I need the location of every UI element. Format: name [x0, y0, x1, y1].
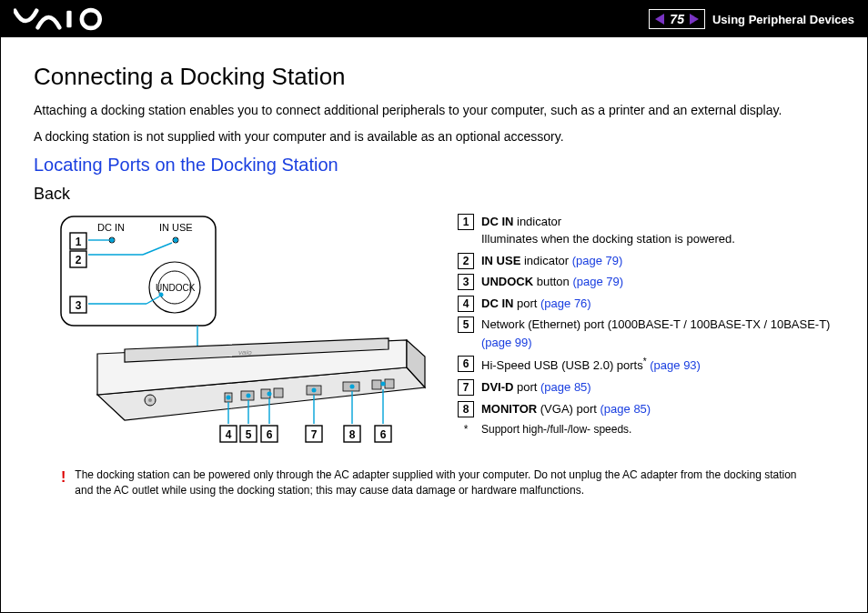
warning-note: ! The docking station can be powered onl…: [34, 467, 834, 498]
diagram-and-legend: DC IN IN USE UNDOCK: [34, 213, 834, 449]
label-in-use: IN USE: [159, 222, 193, 233]
legend-num-4: 4: [458, 296, 474, 312]
legend-item-8: 8 MONITOR (VGA) port (page 85): [458, 400, 834, 418]
legend-num-1: 1: [458, 214, 474, 230]
svg-text:6: 6: [267, 428, 273, 441]
svg-point-49: [381, 381, 386, 386]
svg-rect-36: [372, 380, 381, 389]
svg-text:8: 8: [349, 428, 356, 441]
subheading-back: Back: [34, 185, 834, 204]
intro-paragraph-1: Attaching a docking station enables you …: [34, 102, 834, 119]
svg-text:5: 5: [246, 428, 252, 441]
legend-item-2: 2 IN USE indicator (page 79): [458, 252, 834, 270]
legend-item-7: 7 DVI-D port (page 85): [458, 378, 834, 397]
svg-point-11: [174, 237, 178, 242]
svg-point-41: [247, 393, 251, 397]
legend-item-4: 4 DC IN port (page 76): [458, 295, 834, 313]
warning-text: The docking station can be powered only …: [75, 467, 807, 498]
svg-text:6: 6: [380, 428, 387, 441]
legend-item-3: 3 UNDOCK button (page 79): [458, 273, 834, 291]
warning-icon: !: [61, 467, 66, 498]
svg-rect-33: [274, 388, 283, 397]
svg-point-45: [312, 387, 317, 392]
legend-num-3: 3: [458, 274, 474, 290]
legend-num-5: 5: [458, 317, 474, 333]
legend-num-8: 8: [458, 401, 474, 417]
legend-item-1: 1 DC IN indicator Illuminates when the d…: [458, 213, 834, 248]
svg-rect-0: [66, 11, 71, 28]
legend-num-7: 7: [458, 379, 474, 396]
svg-text:3: 3: [76, 299, 82, 312]
svg-point-14: [159, 292, 164, 296]
svg-text:vaio: vaio: [238, 348, 252, 357]
legend-num-2: 2: [458, 253, 474, 269]
legend-item-6: 6 Hi-Speed USB (USB 2.0) ports* (page 93…: [458, 355, 834, 375]
svg-text:7: 7: [311, 428, 318, 441]
svg-rect-37: [385, 379, 394, 388]
svg-point-39: [227, 395, 231, 399]
svg-text:1: 1: [76, 236, 82, 248]
header-bar: 75 Using Peripheral Devices: [1, 1, 867, 37]
label-undock: UNDOCK: [156, 283, 196, 293]
header-section-title: Using Peripheral Devices: [712, 13, 854, 26]
page-ref-link[interactable]: (page 99): [481, 336, 532, 349]
page-ref-link[interactable]: (page 93): [650, 359, 701, 373]
page-ref-link[interactable]: (page 79): [572, 275, 623, 288]
svg-point-47: [350, 384, 355, 388]
page: 75 Using Peripheral Devices Connecting a…: [0, 0, 868, 613]
legend-num-6: 6: [458, 356, 474, 372]
vaio-logo: [14, 6, 110, 32]
docking-station-diagram: DC IN IN USE UNDOCK: [34, 213, 434, 449]
page-nav: 75: [649, 9, 705, 29]
intro-paragraph-2: A docking station is not supplied with y…: [34, 128, 834, 146]
header-right: 75 Using Peripheral Devices: [649, 9, 854, 29]
page-ref-link[interactable]: (page 85): [540, 380, 591, 394]
page-ref-link[interactable]: (page 79): [572, 254, 623, 267]
prev-page-arrow-icon[interactable]: [655, 14, 664, 25]
label-dc-in: DC IN: [97, 222, 125, 233]
page-ref-link[interactable]: (page 85): [601, 402, 651, 416]
next-page-arrow-icon[interactable]: [690, 14, 699, 25]
legend-footnote: * Support high-/full-/low- speeds.: [458, 421, 834, 437]
svg-point-43: [267, 391, 272, 396]
legend-item-5: 5 Network (Ethernet) port (1000BASE-T / …: [458, 316, 834, 351]
page-number: 75: [670, 12, 684, 26]
port-legend: 1 DC IN indicator Illuminates when the d…: [458, 213, 834, 437]
svg-point-8: [110, 237, 115, 242]
svg-text:2: 2: [76, 254, 82, 266]
subheading-locating-ports: Locating Ports on the Docking Station: [34, 155, 834, 176]
svg-text:4: 4: [226, 428, 232, 441]
page-body: Connecting a Docking Station Attaching a…: [1, 37, 867, 507]
page-title: Connecting a Docking Station: [34, 63, 834, 91]
svg-point-1: [82, 10, 100, 28]
page-ref-link[interactable]: (page 76): [540, 296, 591, 310]
svg-point-29: [148, 398, 152, 402]
